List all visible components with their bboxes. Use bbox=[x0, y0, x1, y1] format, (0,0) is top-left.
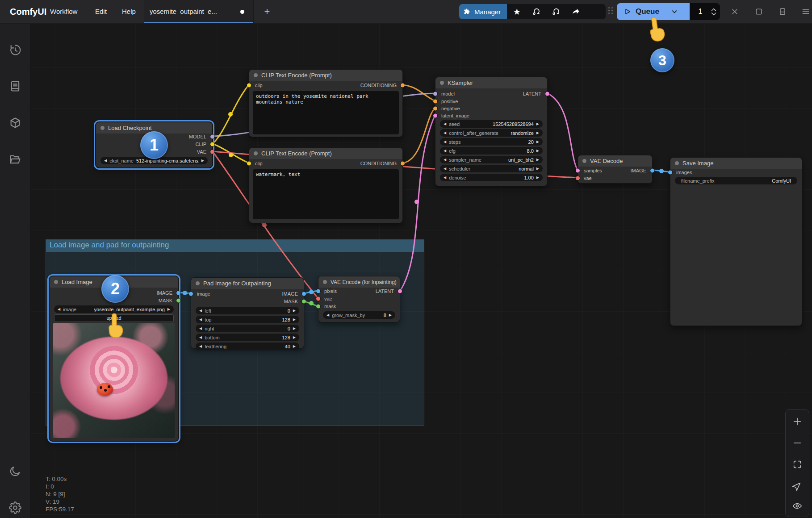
workflow-tab[interactable]: yosemite_outpaint_e... bbox=[144, 0, 254, 23]
toggle-visibility-icon[interactable] bbox=[791, 500, 803, 512]
image-port-icon[interactable] bbox=[176, 291, 180, 295]
conditioning-port-icon[interactable] bbox=[401, 84, 405, 88]
decrement-arrow-icon[interactable] bbox=[199, 318, 202, 322]
menu-workflow[interactable]: Workflow bbox=[50, 0, 77, 23]
node-library-icon[interactable] bbox=[8, 79, 23, 94]
node-header[interactable]: VAE Decode bbox=[578, 155, 652, 167]
collapse-dot-icon[interactable] bbox=[254, 73, 258, 77]
vae-port-icon[interactable] bbox=[210, 150, 214, 154]
chevron-up-icon[interactable] bbox=[711, 8, 716, 11]
increment-arrow-icon[interactable] bbox=[536, 131, 539, 135]
node-clip-text-encode-positive[interactable]: CLIP Text Encode (Prompt) clip CONDITION… bbox=[249, 69, 403, 137]
increment-arrow-icon[interactable] bbox=[293, 336, 296, 339]
decrement-arrow-icon[interactable] bbox=[444, 140, 446, 144]
output-mask[interactable]: MASK bbox=[191, 298, 304, 305]
increment-arrow-icon[interactable] bbox=[536, 122, 539, 126]
node-clip-text-encode-negative[interactable]: CLIP Text Encode (Prompt) clip CONDITION… bbox=[249, 147, 403, 223]
theme-toggle-icon[interactable] bbox=[8, 464, 23, 479]
increment-arrow-icon[interactable] bbox=[536, 140, 539, 144]
input-latent-image[interactable]: latent_image bbox=[435, 112, 547, 119]
widget-scheduler[interactable]: schedulernormal bbox=[440, 165, 543, 172]
output-conditioning[interactable]: CONDITIONING bbox=[249, 82, 402, 89]
widget-seed[interactable]: seed152545289528694 bbox=[440, 120, 543, 128]
node-header[interactable]: KSampler bbox=[435, 77, 547, 88]
increment-arrow-icon[interactable] bbox=[293, 318, 296, 322]
input-vae[interactable]: vae bbox=[578, 175, 652, 182]
decrement-arrow-icon[interactable] bbox=[444, 122, 446, 126]
zoom-out-icon[interactable] bbox=[791, 437, 803, 449]
increment-arrow-icon[interactable] bbox=[167, 308, 170, 311]
collapse-dot-icon[interactable] bbox=[254, 151, 258, 155]
prompt-textarea[interactable]: watermark, text bbox=[253, 169, 399, 219]
node-header[interactable]: VAE Encode (for Inpainting) bbox=[318, 276, 400, 288]
input-vae[interactable]: vae bbox=[318, 295, 400, 302]
settings-gear-icon[interactable] bbox=[8, 500, 23, 515]
vae-port-icon[interactable] bbox=[316, 297, 320, 301]
node-pad-image-outpainting[interactable]: Pad Image for Outpainting image IMAGE MA… bbox=[191, 277, 304, 349]
prompt-textarea[interactable]: outdoors in the yosemite national park m… bbox=[253, 91, 399, 134]
node-save-image[interactable]: Save Image images filename_prefix ComfyU… bbox=[670, 157, 802, 326]
widget-filename-prefix[interactable]: filename_prefix ComfyUI bbox=[675, 177, 797, 184]
decrement-arrow-icon[interactable] bbox=[104, 159, 107, 163]
latent-port-icon[interactable] bbox=[545, 92, 549, 96]
collapse-dot-icon[interactable] bbox=[323, 280, 327, 284]
chevron-down-icon[interactable] bbox=[671, 8, 678, 15]
conditioning-port-icon[interactable] bbox=[401, 162, 405, 166]
output-image[interactable]: IMAGE bbox=[191, 290, 304, 297]
input-positive[interactable]: positive bbox=[435, 98, 547, 105]
decrement-arrow-icon[interactable] bbox=[444, 131, 446, 135]
hamburger-menu-icon[interactable] bbox=[800, 6, 811, 17]
node-vae-encode-inpainting[interactable]: VAE Encode (for Inpainting) pixels vae m… bbox=[318, 276, 400, 322]
widget-right[interactable]: right0 bbox=[196, 325, 299, 332]
menu-edit[interactable]: Edit bbox=[95, 0, 107, 23]
decrement-arrow-icon[interactable] bbox=[199, 336, 202, 339]
output-latent[interactable]: LATENT bbox=[435, 90, 547, 97]
vae-port-icon[interactable] bbox=[576, 176, 580, 180]
increment-arrow-icon[interactable] bbox=[389, 313, 392, 317]
fit-view-icon[interactable] bbox=[791, 459, 803, 470]
collapse-dot-icon[interactable] bbox=[675, 161, 679, 165]
latent-port-icon[interactable] bbox=[433, 114, 437, 118]
node-header[interactable]: CLIP Text Encode (Prompt) bbox=[249, 148, 402, 159]
collapse-dot-icon[interactable] bbox=[196, 281, 200, 285]
widget-left[interactable]: left0 bbox=[196, 307, 299, 314]
group-header[interactable]: Load image and pad for outpainting bbox=[46, 240, 424, 252]
input-mask[interactable]: mask bbox=[318, 303, 400, 310]
close-icon[interactable] bbox=[729, 6, 740, 17]
drag-handle-icon[interactable] bbox=[608, 7, 613, 14]
collapse-dot-icon[interactable] bbox=[100, 126, 105, 130]
mask-port-icon[interactable] bbox=[316, 305, 320, 309]
new-tab-button[interactable]: + bbox=[260, 4, 274, 19]
image-port-icon[interactable] bbox=[650, 169, 654, 173]
decrement-arrow-icon[interactable] bbox=[58, 308, 60, 311]
image-port-icon[interactable] bbox=[302, 292, 306, 296]
increment-arrow-icon[interactable] bbox=[536, 176, 539, 180]
node-header[interactable]: CLIP Text Encode (Prompt) bbox=[249, 70, 402, 81]
output-latent[interactable]: LATENT bbox=[318, 288, 400, 295]
model-library-icon[interactable] bbox=[8, 115, 23, 130]
widget-control-after-generate[interactable]: control_after_generaterandomize bbox=[440, 129, 543, 137]
manager-button[interactable]: Manager bbox=[459, 4, 507, 19]
decrement-arrow-icon[interactable] bbox=[444, 167, 446, 171]
favorites-star-icon[interactable]: ★ bbox=[507, 4, 527, 19]
conditioning-port-icon[interactable] bbox=[433, 100, 437, 104]
input-negative[interactable]: negative bbox=[435, 105, 547, 112]
widget-grow-mask-by[interactable]: grow_mask_by 8 bbox=[323, 311, 395, 319]
output-conditioning[interactable]: CONDITIONING bbox=[249, 160, 402, 167]
widget-steps[interactable]: steps20 bbox=[440, 138, 543, 146]
increment-arrow-icon[interactable] bbox=[536, 149, 539, 153]
maximize-icon[interactable] bbox=[753, 6, 764, 17]
node-vae-decode[interactable]: VAE Decode samples vae IMAGE bbox=[578, 155, 653, 184]
widget-bottom[interactable]: bottom128 bbox=[196, 334, 299, 341]
workflows-folder-icon[interactable] bbox=[8, 152, 23, 167]
increment-arrow-icon[interactable] bbox=[293, 345, 296, 348]
increment-arrow-icon[interactable] bbox=[293, 309, 296, 313]
manager-hook-icon-2[interactable] bbox=[546, 4, 566, 19]
decrement-arrow-icon[interactable] bbox=[444, 158, 446, 162]
decrement-arrow-icon[interactable] bbox=[444, 176, 446, 180]
decrement-arrow-icon[interactable] bbox=[199, 309, 202, 313]
increment-arrow-icon[interactable] bbox=[536, 158, 539, 162]
decrement-arrow-icon[interactable] bbox=[444, 149, 446, 153]
node-header[interactable]: Pad Image for Outpainting bbox=[191, 278, 304, 289]
zoom-in-icon[interactable] bbox=[791, 416, 803, 427]
